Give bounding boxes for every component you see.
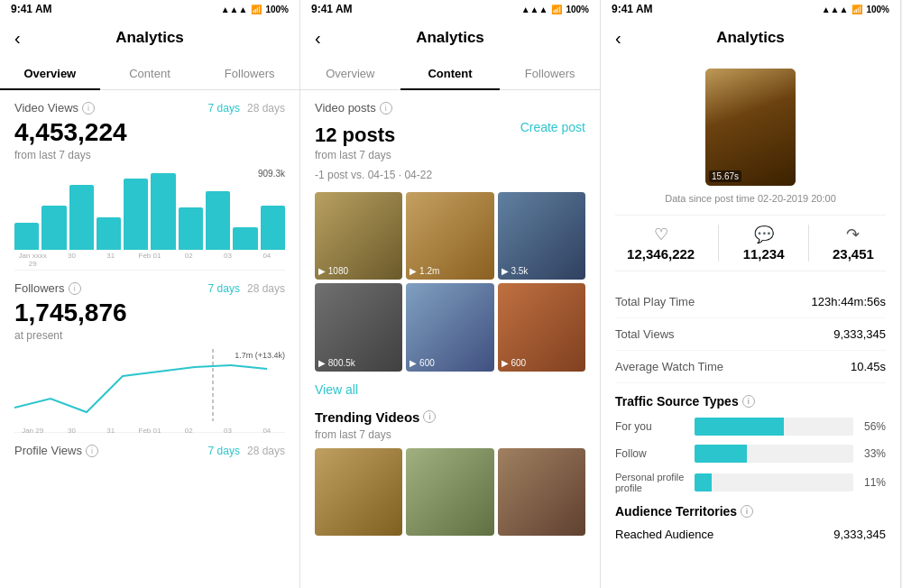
video-views-value: 4,453,224 [14,118,285,147]
video-thumb-3[interactable]: ▶ 800.5k [315,283,402,371]
stat-shares-value: 23,451 [833,246,874,262]
reached-label: Reached Audience [615,528,713,541]
tab-followers-1[interactable]: Followers [199,58,299,89]
video-thumb-2[interactable]: ▶ 3.5k [498,192,585,280]
profile-views-header: Profile Views i 7 days 28 days [14,444,285,457]
profile-views-28days[interactable]: 28 days [247,445,285,457]
line-chart-svg [14,349,285,421]
status-icons-3: ▲▲▲ 📶 100% [822,5,889,14]
tab-content-1[interactable]: Content [100,58,200,89]
tab-followers-2[interactable]: Followers [500,58,600,89]
traffic-for-you: For you 56% [615,418,886,436]
chart-peak-label: 909.3k [258,169,285,179]
profile-views-7days[interactable]: 7 days [208,445,240,457]
profile-views-period: 7 days 28 days [208,445,285,457]
video-views-info-icon[interactable]: i [82,102,95,115]
view-all-button[interactable]: View all [315,382,585,397]
video-views-chart: 909.3k Jan xxxx29 30 31 Feb 01 02 03 [14,169,285,259]
audience-info-icon[interactable]: i [741,505,753,518]
total-play-value: 123h:44m:56s [812,295,886,308]
comment-icon: 💬 [743,225,785,244]
page-title-2: Analytics [315,29,585,47]
trending-label: Trending Videos i [315,409,585,425]
total-views-label: Total Views [615,327,675,341]
video-posts-label: Video posts i [315,101,585,115]
panel-content: 9:41 AM ▲▲▲ 📶 100% ‹ Analytics Overview … [300,0,601,588]
trending-thumb-2[interactable] [498,448,585,536]
video-views-28days[interactable]: 28 days [247,102,285,115]
for-you-pct: 56% [861,420,886,433]
status-bar-2: 9:41 AM ▲▲▲ 📶 100% [300,0,600,18]
panel-content-1: Video Views i 7 days 28 days 4,453,224 f… [0,90,299,588]
trending-bg-2 [498,448,585,536]
panel-overview: 9:41 AM ▲▲▲ 📶 100% ‹ Analytics Overview … [0,0,300,588]
bar-6 [179,207,203,250]
video-views-sub: from last 7 days [14,149,285,161]
stat-shares: ↷ 23,451 [833,225,874,262]
create-post-button[interactable]: Create post [520,120,585,134]
personal-bar-wrap [695,473,853,492]
tabs-1: Overview Content Followers [0,58,299,90]
panel-content-3: 15.67s Data since post time 02-20-2019 2… [601,58,900,588]
video-views-header: Video Views i 7 days 28 days [14,101,285,115]
followers-x-labels: Jan 29 30 31 Feb 01 02 03 04 [14,427,285,435]
followers-info-icon[interactable]: i [69,282,81,295]
posts-sub: from last 7 days [315,149,432,161]
reached-audience-row: Reached Audience 9,333,345 [615,524,886,545]
signal-icon-3: ▲▲▲ [822,5,849,14]
bar-2 [69,185,94,250]
panel-detail: 9:41 AM ▲▲▲ 📶 100% ‹ Analytics 15.67s Da… [601,0,901,588]
tab-overview-2[interactable]: Overview [300,58,400,89]
tab-overview-1[interactable]: Overview [0,58,100,89]
video-views-7days[interactable]: 7 days [208,102,240,115]
personal-bar [695,473,712,492]
tab-content-2[interactable]: Content [400,58,501,89]
followers-7days[interactable]: 7 days [208,282,240,295]
personal-profile-label: Personal profile profile [615,472,687,493]
video-views-label: Video Views i [14,101,95,115]
video-thumb-1[interactable]: ▶ 1.2m [406,192,493,280]
personal-pct: 11% [861,476,886,489]
bar-5 [151,173,175,251]
video-thumb-4[interactable]: ▶ 600 [406,283,493,371]
trending-thumb-1[interactable] [406,448,493,536]
trending-thumb-0[interactable] [315,448,402,536]
video-preview-thumb[interactable]: 15.67s [705,69,796,186]
video-posts-info-icon[interactable]: i [380,102,392,115]
bar-chart [14,169,285,250]
status-icons-2: ▲▲▲ 📶 100% [521,5,589,14]
audience-section: Audience Territories i Reached Audience … [615,504,886,545]
preview-bg [705,69,796,186]
stat-comments-value: 11,234 [743,246,785,262]
profile-views-info-icon[interactable]: i [86,445,98,457]
posts-header-row: 12 posts from last 7 days -1 post vs. 04… [315,120,585,188]
bar-4 [124,179,148,250]
video-count-1: ▶ 1.2m [410,266,439,276]
video-grid: ▶ 1080 ▶ 1.2m ▶ 3.5k ▶ 800.5k [315,192,585,372]
traffic-title: Traffic Source Types i [615,394,886,409]
total-play-label: Total Play Time [615,295,695,308]
heart-icon: ♡ [627,225,695,244]
back-button-3[interactable]: ‹ [615,28,621,49]
bar-8 [233,227,257,250]
share-icon: ↷ [833,225,874,244]
video-thumb-0[interactable]: ▶ 1080 [315,192,402,280]
trending-info-icon[interactable]: i [423,410,436,423]
profile-views-label: Profile Views i [14,444,98,457]
stats-row: ♡ 12,346,222 💬 11,234 ↷ 23,451 [615,215,886,271]
divider-1 [14,270,285,271]
back-button-2[interactable]: ‹ [315,28,321,49]
stat-likes: ♡ 12,346,222 [627,225,695,262]
back-button-1[interactable]: ‹ [14,28,21,49]
for-you-bar [695,418,784,436]
video-thumb-5[interactable]: ▶ 600 [498,283,585,371]
panel-content-2: Video posts i 12 posts from last 7 days … [300,90,600,588]
reached-value: 9,333,345 [833,528,886,541]
wifi-icon-3: 📶 [851,5,862,14]
avg-watch-label: Average Watch Time [615,360,723,373]
traffic-info-icon[interactable]: i [742,395,755,408]
metric-avg-watch: Average Watch Time 10.45s [615,351,886,383]
video-views-period: 7 days 28 days [208,102,285,115]
followers-28days[interactable]: 28 days [247,282,285,295]
bar-1 [41,206,66,251]
